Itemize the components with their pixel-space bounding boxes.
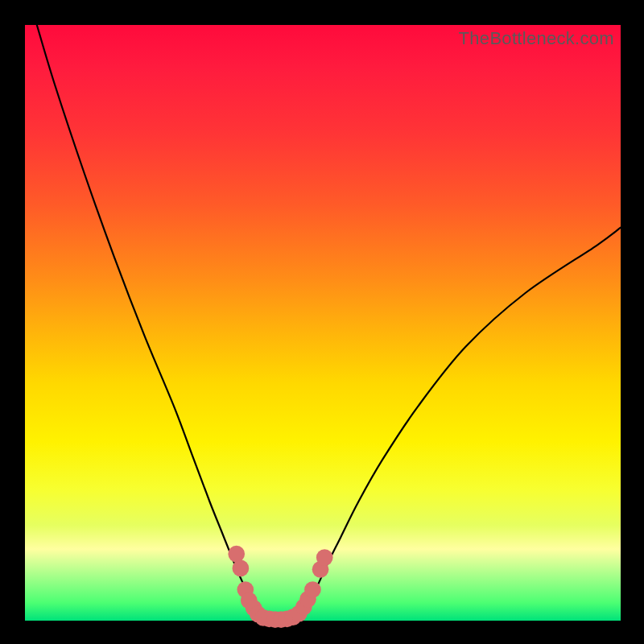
chart-frame: TheBottleneck.com — [0, 0, 644, 644]
plot-area: TheBottleneck.com — [25, 25, 621, 621]
series-left-curve — [37, 25, 262, 618]
marker-dot — [304, 581, 321, 598]
curve-group — [37, 25, 621, 618]
marker-group — [228, 546, 332, 628]
marker-dot — [228, 546, 245, 563]
marker-dot — [233, 560, 250, 577]
series-right-curve — [300, 228, 621, 618]
marker-dot — [316, 549, 333, 566]
curve-overlay — [25, 25, 621, 621]
